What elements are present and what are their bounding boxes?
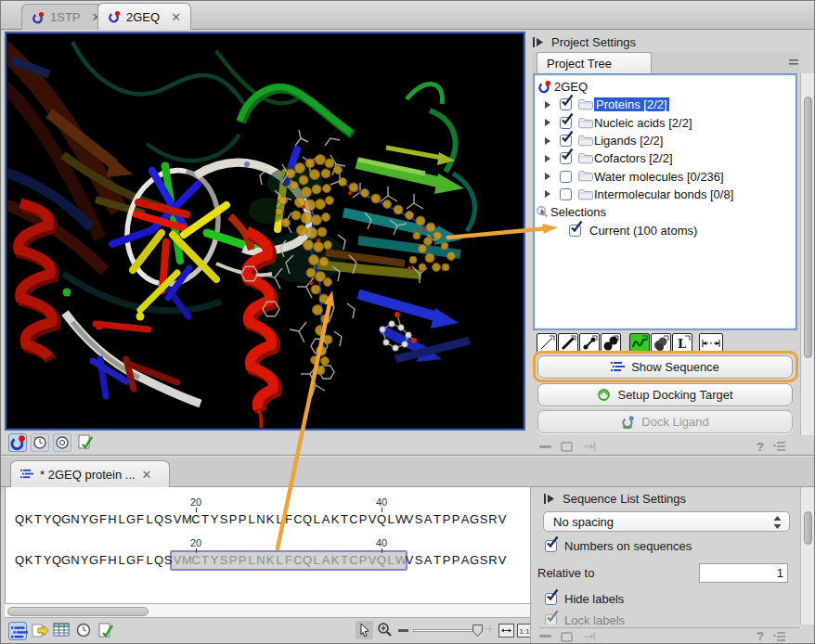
settings-scrollbar[interactable] bbox=[800, 487, 814, 625]
scrollbar-thumb[interactable] bbox=[804, 511, 812, 545]
hide-labels-checkbox[interactable] bbox=[545, 593, 557, 605]
panel-list-icon[interactable] bbox=[773, 441, 786, 452]
project-settings-header: Project Settings bbox=[532, 32, 799, 52]
collapse-icon[interactable] bbox=[539, 445, 551, 448]
measure-distance-button[interactable] bbox=[699, 333, 723, 354]
float-window-icon[interactable] bbox=[561, 631, 574, 642]
project-panel-scrollbar[interactable] bbox=[800, 73, 814, 435]
tree-root-row[interactable]: 2GEQ bbox=[535, 78, 796, 96]
history-view-button[interactable] bbox=[75, 622, 94, 640]
tree-item-label[interactable]: Intermolecular bonds [0/8] bbox=[594, 187, 733, 201]
tree-checkbox[interactable] bbox=[560, 188, 572, 200]
validate-button[interactable] bbox=[97, 622, 116, 640]
fit-width-icon[interactable] bbox=[498, 624, 514, 638]
hide-labels-row[interactable]: Hide labels bbox=[545, 592, 624, 606]
selections-row[interactable]: Selections bbox=[535, 203, 796, 221]
disclosure-triangle-icon[interactable] bbox=[545, 119, 550, 126]
disclosure-triangle-icon[interactable] bbox=[545, 173, 550, 180]
project-tree[interactable]: 2GEQProteins [2/2]Nucleic acids [2/2]Lig… bbox=[533, 73, 797, 330]
scrollbar-thumb[interactable] bbox=[804, 97, 812, 358]
tree-row[interactable]: Ligands [2/2] bbox=[535, 132, 796, 149]
panel-list-icon[interactable] bbox=[773, 631, 786, 642]
zoom-tool-button[interactable] bbox=[376, 621, 395, 639]
disclosure-triangle-icon[interactable] bbox=[545, 155, 550, 162]
numbers-checkbox[interactable] bbox=[545, 540, 557, 552]
settings-divider[interactable] bbox=[530, 487, 537, 644]
spacefill-button[interactable] bbox=[601, 333, 621, 354]
sidebar-toggle-icon[interactable] bbox=[532, 36, 544, 48]
current-selection-row[interactable]: Current (100 atoms) bbox=[535, 221, 796, 238]
sequence-row[interactable]: QKTYQGNYGFHLGFLQSVMCTYSPPLNKLFCQLAKTCPVQ… bbox=[15, 512, 507, 527]
validate-button[interactable] bbox=[77, 433, 96, 452]
surface-button[interactable] bbox=[651, 333, 671, 354]
disclosure-triangle-icon[interactable] bbox=[545, 190, 550, 198]
table-view-button[interactable] bbox=[53, 622, 71, 640]
export-view-button[interactable] bbox=[31, 622, 49, 640]
tree-checkbox[interactable] bbox=[569, 225, 581, 237]
sequence-row[interactable]: QKTYQGNYGFHLGFLQSVMCTYSPPLNKLFCQLAKTCPVQ… bbox=[15, 553, 507, 568]
sidebar-toggle-icon[interactable] bbox=[543, 493, 555, 505]
panel-menu-icon[interactable] bbox=[789, 58, 799, 66]
tree-item-label[interactable]: Cofactors [2/2] bbox=[594, 151, 673, 165]
collapse-icon[interactable] bbox=[539, 635, 551, 638]
tree-item-label[interactable]: Ligands [2/2] bbox=[594, 134, 663, 148]
sequence-view-button[interactable] bbox=[8, 622, 27, 640]
tab-project-tree[interactable]: Project Tree bbox=[537, 52, 652, 73]
tree-checkbox[interactable] bbox=[560, 117, 572, 129]
float-window-icon[interactable] bbox=[561, 441, 574, 452]
history-view-button[interactable] bbox=[31, 433, 49, 452]
tree-item-label[interactable]: Proteins [2/2] bbox=[594, 97, 669, 111]
dock-panel-icon[interactable] bbox=[583, 631, 597, 642]
zoom-in-button[interactable]: + bbox=[485, 621, 494, 638]
wireframe-button[interactable] bbox=[537, 333, 557, 354]
sequence-list-icon bbox=[611, 361, 625, 373]
tree-item-label[interactable]: Water molecules [0/236] bbox=[594, 170, 724, 184]
tree-checkbox[interactable] bbox=[560, 135, 572, 147]
ruler-number: 20 bbox=[190, 537, 201, 548]
tree-checkbox[interactable] bbox=[560, 171, 572, 183]
tab-close-icon[interactable]: ✕ bbox=[142, 468, 152, 482]
disclosure-triangle-icon[interactable] bbox=[545, 101, 550, 109]
molecule-3d-view[interactable] bbox=[5, 32, 525, 431]
relative-to-input[interactable]: 1 bbox=[699, 563, 788, 583]
setup-docking-target-button[interactable]: Setup Docking Target bbox=[537, 383, 793, 406]
tree-row[interactable]: Intermolecular bonds [0/8] bbox=[535, 186, 796, 203]
lock-labels-checkbox[interactable] bbox=[545, 614, 557, 625]
tree-row[interactable]: Nucleic acids [2/2] bbox=[535, 114, 796, 132]
zoom-slider-thumb[interactable] bbox=[472, 625, 483, 637]
dock-ligand-button[interactable]: Dock Ligand bbox=[537, 410, 793, 433]
tree-row[interactable]: Water molecules [0/236] bbox=[535, 167, 796, 185]
numbers-on-sequences-row[interactable]: Numbers on sequences bbox=[545, 539, 692, 553]
tree-row[interactable]: Proteins [2/2] bbox=[535, 96, 796, 113]
tree-checkbox[interactable] bbox=[560, 98, 572, 110]
tab-2geq-protein[interactable]: * 2GEQ protein ... ✕ bbox=[10, 460, 170, 487]
tab-2geq[interactable]: 2GEQ ✕ bbox=[97, 3, 191, 30]
zoom-slider[interactable] bbox=[413, 629, 480, 632]
label-button[interactable]: L bbox=[672, 333, 692, 354]
help-button[interactable]: ? bbox=[757, 629, 764, 643]
ball-and-stick-button[interactable] bbox=[579, 333, 600, 354]
show-sequence-button[interactable]: Show Sequence bbox=[537, 355, 793, 379]
help-button[interactable]: ? bbox=[757, 440, 764, 454]
tree-checkbox[interactable] bbox=[560, 152, 572, 164]
tree-row[interactable]: Cofactors [2/2] bbox=[535, 149, 796, 167]
tree-item-label[interactable]: Nucleic acids [2/2] bbox=[594, 116, 692, 130]
spacing-dropdown[interactable]: No spacing bbox=[543, 511, 790, 532]
zoom-in-icon bbox=[376, 621, 395, 639]
element-info-button[interactable] bbox=[53, 433, 71, 452]
zoom-out-button[interactable] bbox=[398, 629, 408, 632]
disclosure-triangle-icon[interactable] bbox=[545, 137, 550, 145]
project-view-button[interactable] bbox=[8, 433, 27, 452]
tab-close-icon[interactable]: ✕ bbox=[171, 10, 181, 24]
folder-icon bbox=[577, 188, 593, 200]
panel-status-row-top: ? bbox=[539, 438, 799, 455]
pan-cursor-button[interactable] bbox=[356, 621, 373, 639]
backbone-button[interactable] bbox=[629, 333, 650, 354]
dock-panel-icon[interactable] bbox=[583, 441, 597, 452]
stick-button[interactable] bbox=[558, 333, 578, 354]
sequence-hscrollbar[interactable] bbox=[5, 603, 530, 618]
hscrollbar-thumb[interactable] bbox=[7, 607, 149, 616]
lock-labels-row[interactable]: Lock labels bbox=[545, 613, 625, 625]
ruler-number: 20 bbox=[190, 496, 201, 508]
sequence-view[interactable]: 2040QKTYQGNYGFHLGFLQSVMCTYSPPLNKLFCQLAKT… bbox=[5, 487, 530, 603]
